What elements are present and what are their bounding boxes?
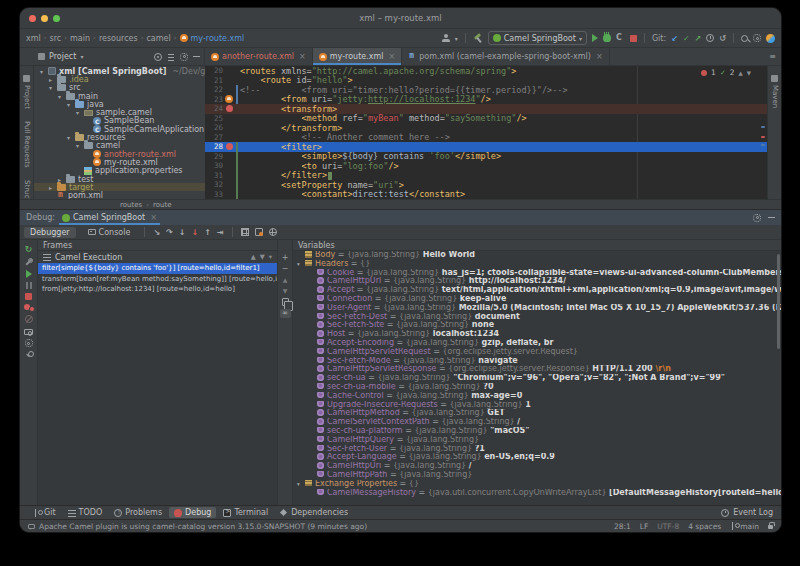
gutter[interactable] xyxy=(223,143,235,150)
variable-row[interactable]: ▾Exchange Properties = {} xyxy=(293,480,781,489)
close-tab-icon[interactable]: × xyxy=(596,52,603,61)
coverage-button[interactable] xyxy=(616,34,625,43)
step-over-icon[interactable]: ↷ xyxy=(166,228,173,237)
build-hammer-icon[interactable] xyxy=(473,33,483,43)
run-to-cursor-icon[interactable]: ⇥ xyxy=(217,228,224,237)
chevron-down-icon[interactable]: ▾ xyxy=(65,134,72,141)
force-step-into-icon[interactable]: ↓ xyxy=(191,228,198,237)
code-line[interactable]: 25 <method ref="myBean" method="saySomet… xyxy=(205,114,767,124)
toolwindow-button-todo[interactable]: TODO xyxy=(63,507,108,518)
variable-row[interactable]: CamelHttpUrl = {java.lang.String} http:/… xyxy=(293,277,781,286)
hide-panel-icon[interactable] xyxy=(193,53,200,60)
close-session-icon[interactable]: × xyxy=(150,213,157,222)
xml-breadcrumb-item[interactable]: route xyxy=(153,201,172,209)
variable-row[interactable]: Upgrade-Insecure-Requests = {java.lang.S… xyxy=(293,401,781,410)
tab-options-icon[interactable]: ≡ xyxy=(764,48,781,65)
code-line[interactable]: 20<routes xmlns="http://camel.apache.org… xyxy=(205,66,767,76)
file-encoding[interactable]: UTF-8 xyxy=(657,522,679,531)
git-update-icon[interactable]: ↙ xyxy=(671,34,678,43)
variable-row[interactable]: CamelHttpServletRequest = {org.eclipse.j… xyxy=(293,348,781,357)
chevron-down-icon[interactable]: ▾ xyxy=(56,93,63,100)
variable-row[interactable]: Accept = {java.lang.String} text/html,ap… xyxy=(293,286,781,295)
code-editor[interactable]: 20<routes xmlns="http://camel.apache.org… xyxy=(205,66,767,199)
rollback-icon[interactable]: ↺ xyxy=(719,34,726,43)
indent-setting[interactable]: 4 spaces xyxy=(688,522,721,531)
variable-row[interactable]: ▾Headers = {} xyxy=(293,260,781,269)
event-log-button[interactable]: Event Log xyxy=(721,508,773,517)
tree-item[interactable]: ▾src xyxy=(34,84,205,92)
remove-watch-icon[interactable]: − xyxy=(282,265,289,273)
variable-row[interactable]: sec-ch-ua-mobile = {java.lang.String} ?0 xyxy=(293,383,781,392)
pin-icon[interactable] xyxy=(25,351,33,359)
toolwindow-button-dependencies[interactable]: Dependencies xyxy=(275,507,353,518)
close-tab-icon[interactable]: × xyxy=(389,52,396,61)
step-out-icon[interactable]: ↑ xyxy=(204,228,211,237)
breadcrumb-item[interactable]: xml xyxy=(26,34,41,43)
breadcrumb-item[interactable]: my-route.xml xyxy=(191,34,245,43)
breadcrumb-item[interactable]: resources xyxy=(99,34,138,43)
avatar[interactable] xyxy=(766,34,775,43)
debug-gear-icon[interactable] xyxy=(25,339,33,347)
variable-row[interactable]: Sec-Fetch-Dest = {java.lang.String} docu… xyxy=(293,313,781,322)
gutter[interactable] xyxy=(223,95,235,103)
git-push-icon[interactable]: ↗ xyxy=(695,34,702,43)
scrollbar[interactable] xyxy=(777,254,780,349)
camel-debugger-icon[interactable] xyxy=(255,228,263,236)
variables-header[interactable]: Variables xyxy=(293,240,781,251)
mute-breakpoints-icon[interactable] xyxy=(25,315,33,323)
rerun-icon[interactable]: ↻ xyxy=(25,244,33,254)
debug-session-tab[interactable]: Camel SpringBoot × xyxy=(59,210,160,225)
view-breakpoints-icon[interactable] xyxy=(24,304,34,311)
editor-tab[interactable]: my-route.xml× xyxy=(313,48,402,65)
tree-item[interactable]: ▾main xyxy=(34,92,205,100)
prev-frame-icon[interactable]: ▲ xyxy=(251,253,256,261)
variable-row[interactable]: CamelServletContextPath = {java.lang.Str… xyxy=(293,418,781,427)
code-line[interactable]: 29 <simple>${body} contains 'foo'</simpl… xyxy=(205,152,767,162)
panel-settings-icon[interactable] xyxy=(180,53,188,61)
editor-tab[interactable]: another-route.xml× xyxy=(205,48,313,65)
project-view-title[interactable]: Project xyxy=(49,52,76,61)
breakpoint-icon[interactable] xyxy=(226,105,233,112)
resume-icon[interactable] xyxy=(26,270,32,278)
settings-gear-icon[interactable] xyxy=(753,34,761,42)
variable-row[interactable]: sec-ch-ua-platform = {java.lang.String} … xyxy=(293,427,781,436)
stop-button[interactable] xyxy=(630,35,637,42)
gutter[interactable] xyxy=(223,105,235,112)
move-watch-down-icon[interactable]: ▼ xyxy=(283,287,288,295)
sidebar-item-pull-requests[interactable]: Pull Requests xyxy=(23,121,31,168)
toolwindow-button-terminal[interactable]: Terminal xyxy=(218,507,273,518)
tab-debugger[interactable]: Debugger xyxy=(24,227,76,238)
chevron-down-icon[interactable]: ▾ xyxy=(297,260,305,269)
caret-position[interactable]: 28:1 xyxy=(614,522,631,531)
run-config-selector[interactable]: Camel SpringBoot ▾ xyxy=(488,31,587,45)
variable-row[interactable]: Accept-Language = {java.lang.String} en-… xyxy=(293,453,781,462)
variable-row[interactable]: sec-ch-ua = {java.lang.String} "Chromium… xyxy=(293,374,781,383)
tree-item[interactable]: pom.xml xyxy=(34,191,205,199)
thread-dump-icon[interactable] xyxy=(24,329,33,335)
prev-issue-icon[interactable]: ▲ xyxy=(739,70,743,76)
git-commit-icon[interactable]: ✓ xyxy=(683,34,690,43)
code-line[interactable]: 21 <route id="hello"> xyxy=(205,76,767,86)
variable-row[interactable]: CamelHttpMethod = {java.lang.String} GET xyxy=(293,409,781,418)
camel-route-icon[interactable] xyxy=(225,95,233,103)
hide-debug-icon[interactable] xyxy=(768,214,775,221)
sidebar-item-project[interactable]: Project xyxy=(23,75,31,109)
variable-row[interactable]: CamelHttpServletResponse = {org.eclipse.… xyxy=(293,365,781,374)
variable-row[interactable]: Connection = {java.lang.String} keep-ali… xyxy=(293,295,781,304)
chevron-down-icon[interactable]: ▾ xyxy=(74,109,81,116)
lock-icon[interactable] xyxy=(768,525,773,529)
breadcrumb-item[interactable]: main xyxy=(70,34,90,43)
next-issue-icon[interactable]: ▼ xyxy=(747,70,751,76)
variable-row[interactable]: Cache-Control = {java.lang.String} max-a… xyxy=(293,392,781,401)
code-line[interactable]: 26 </transform> xyxy=(205,123,767,133)
xml-breadcrumb-item[interactable]: routes xyxy=(120,201,142,209)
chevron-right-icon[interactable]: ▸ xyxy=(47,76,54,83)
stack-frame[interactable]: from[jetty:http://localhost:1234] [route… xyxy=(38,284,277,295)
variable-row[interactable]: CamelMessageHistory = {java.util.concurr… xyxy=(293,489,781,498)
pause-icon[interactable] xyxy=(25,282,32,289)
add-watch-icon[interactable]: + xyxy=(282,254,289,262)
code-line[interactable]: 23 <from uri="jetty:http://localhost:123… xyxy=(205,95,767,105)
debug-button[interactable] xyxy=(603,34,611,42)
variable-row[interactable]: User-Agent = {java.lang.String} Mozilla/… xyxy=(293,304,781,313)
code-line[interactable]: 32 <setProperty name="uri"> xyxy=(205,180,767,190)
